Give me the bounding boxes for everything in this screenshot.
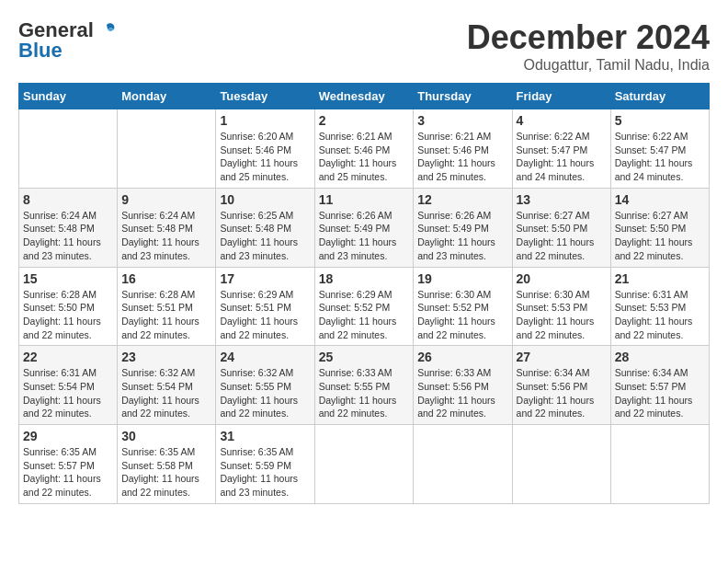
calendar-header-row: Sunday Monday Tuesday Wednesday Thursday… [19,84,710,109]
day-info: Sunrise: 6:30 AMSunset: 5:53 PMDaylight:… [517,288,607,342]
table-row: 5Sunrise: 6:22 AMSunset: 5:47 PMDaylight… [610,109,709,189]
day-number: 31 [220,429,310,443]
table-row: 12Sunrise: 6:26 AMSunset: 5:49 PMDayligh… [414,188,512,267]
day-info: Sunrise: 6:32 AMSunset: 5:54 PMDaylight:… [121,366,211,420]
day-info: Sunrise: 6:26 AMSunset: 5:49 PMDaylight:… [319,209,410,263]
logo-bird-icon [97,20,118,40]
header-sunday: Sunday [19,84,118,109]
day-number: 27 [517,350,607,364]
day-number: 15 [23,271,113,286]
day-info: Sunrise: 6:29 AMSunset: 5:51 PMDaylight:… [220,288,310,342]
day-number: 18 [319,271,410,286]
day-info: Sunrise: 6:31 AMSunset: 5:53 PMDaylight:… [615,288,705,342]
day-info: Sunrise: 6:31 AMSunset: 5:54 PMDaylight:… [23,366,113,420]
day-info: Sunrise: 6:33 AMSunset: 5:55 PMDaylight:… [319,366,410,420]
day-number: 21 [615,271,705,286]
table-row: 22Sunrise: 6:31 AMSunset: 5:54 PMDayligh… [19,346,118,425]
day-number: 22 [23,350,113,364]
day-number: 3 [417,113,507,128]
day-number: 8 [23,192,113,207]
day-number: 14 [615,192,705,207]
logo-blue: Blue [18,39,63,63]
table-row [414,425,512,504]
day-info: Sunrise: 6:21 AMSunset: 5:46 PMDaylight:… [319,130,410,184]
title-block: December 2024 Odugattur, Tamil Nadu, Ind… [467,18,710,74]
day-info: Sunrise: 6:24 AMSunset: 5:48 PMDaylight:… [23,209,113,263]
table-row: 25Sunrise: 6:33 AMSunset: 5:55 PMDayligh… [314,346,414,425]
header-tuesday: Tuesday [216,84,314,109]
day-number: 17 [220,271,310,286]
day-number: 20 [517,271,607,286]
table-row [118,109,216,189]
calendar-week-row: 22Sunrise: 6:31 AMSunset: 5:54 PMDayligh… [19,346,710,425]
table-row: 9Sunrise: 6:24 AMSunset: 5:48 PMDaylight… [118,188,216,267]
table-row: 10Sunrise: 6:25 AMSunset: 5:48 PMDayligh… [216,188,314,267]
table-row: 8Sunrise: 6:24 AMSunset: 5:48 PMDaylight… [19,188,118,267]
day-info: Sunrise: 6:26 AMSunset: 5:49 PMDaylight:… [417,209,507,263]
day-info: Sunrise: 6:22 AMSunset: 5:47 PMDaylight:… [615,130,705,184]
table-row: 23Sunrise: 6:32 AMSunset: 5:54 PMDayligh… [118,346,216,425]
day-number: 4 [517,113,607,128]
page-header: General Blue December 2024 Odugattur, Ta… [18,18,710,74]
day-info: Sunrise: 6:27 AMSunset: 5:50 PMDaylight:… [517,209,607,263]
header-saturday: Saturday [610,84,709,109]
day-info: Sunrise: 6:25 AMSunset: 5:48 PMDaylight:… [220,209,310,263]
day-number: 26 [417,350,507,364]
header-thursday: Thursday [414,84,512,109]
table-row: 11Sunrise: 6:26 AMSunset: 5:49 PMDayligh… [314,188,414,267]
day-number: 30 [121,429,211,443]
table-row: 3Sunrise: 6:21 AMSunset: 5:46 PMDaylight… [414,109,512,189]
day-number: 28 [615,350,705,364]
calendar-week-row: 15Sunrise: 6:28 AMSunset: 5:50 PMDayligh… [19,267,710,346]
table-row: 16Sunrise: 6:28 AMSunset: 5:51 PMDayligh… [118,267,216,346]
header-monday: Monday [118,84,216,109]
day-number: 16 [121,271,211,286]
table-row [19,109,118,189]
header-wednesday: Wednesday [314,84,414,109]
day-number: 12 [417,192,507,207]
table-row: 1Sunrise: 6:20 AMSunset: 5:46 PMDaylight… [216,109,314,189]
table-row [512,425,610,504]
day-info: Sunrise: 6:21 AMSunset: 5:46 PMDaylight:… [417,130,507,184]
day-number: 25 [319,350,410,364]
table-row: 19Sunrise: 6:30 AMSunset: 5:52 PMDayligh… [414,267,512,346]
table-row: 21Sunrise: 6:31 AMSunset: 5:53 PMDayligh… [610,267,709,346]
day-number: 11 [319,192,410,207]
table-row: 31Sunrise: 6:35 AMSunset: 5:59 PMDayligh… [216,425,314,504]
table-row: 26Sunrise: 6:33 AMSunset: 5:56 PMDayligh… [414,346,512,425]
day-info: Sunrise: 6:28 AMSunset: 5:50 PMDaylight:… [23,288,113,342]
day-number: 1 [220,113,310,128]
day-number: 19 [417,271,507,286]
table-row [314,425,414,504]
location: Odugattur, Tamil Nadu, India [467,57,710,74]
logo: General Blue [18,18,118,63]
calendar-week-row: 29Sunrise: 6:35 AMSunset: 5:57 PMDayligh… [19,425,710,504]
day-info: Sunrise: 6:34 AMSunset: 5:56 PMDaylight:… [517,366,607,420]
day-number: 10 [220,192,310,207]
table-row: 2Sunrise: 6:21 AMSunset: 5:46 PMDaylight… [314,109,414,189]
day-info: Sunrise: 6:35 AMSunset: 5:58 PMDaylight:… [121,445,211,500]
day-info: Sunrise: 6:29 AMSunset: 5:52 PMDaylight:… [319,288,410,342]
day-number: 29 [23,429,113,443]
day-info: Sunrise: 6:27 AMSunset: 5:50 PMDaylight:… [615,209,705,263]
day-number: 2 [319,113,410,128]
table-row: 24Sunrise: 6:32 AMSunset: 5:55 PMDayligh… [216,346,314,425]
table-row: 18Sunrise: 6:29 AMSunset: 5:52 PMDayligh… [314,267,414,346]
day-number: 23 [121,350,211,364]
table-row: 27Sunrise: 6:34 AMSunset: 5:56 PMDayligh… [512,346,610,425]
table-row: 20Sunrise: 6:30 AMSunset: 5:53 PMDayligh… [512,267,610,346]
day-info: Sunrise: 6:35 AMSunset: 5:59 PMDaylight:… [220,445,310,500]
calendar-week-row: 1Sunrise: 6:20 AMSunset: 5:46 PMDaylight… [19,109,710,189]
day-number: 9 [121,192,211,207]
day-info: Sunrise: 6:22 AMSunset: 5:47 PMDaylight:… [517,130,607,184]
table-row: 29Sunrise: 6:35 AMSunset: 5:57 PMDayligh… [19,425,118,504]
table-row: 17Sunrise: 6:29 AMSunset: 5:51 PMDayligh… [216,267,314,346]
day-number: 5 [615,113,705,128]
day-info: Sunrise: 6:24 AMSunset: 5:48 PMDaylight:… [121,209,211,263]
table-row [610,425,709,504]
table-row: 30Sunrise: 6:35 AMSunset: 5:58 PMDayligh… [118,425,216,504]
day-number: 13 [517,192,607,207]
header-friday: Friday [512,84,610,109]
calendar-week-row: 8Sunrise: 6:24 AMSunset: 5:48 PMDaylight… [19,188,710,267]
day-info: Sunrise: 6:33 AMSunset: 5:56 PMDaylight:… [417,366,507,420]
